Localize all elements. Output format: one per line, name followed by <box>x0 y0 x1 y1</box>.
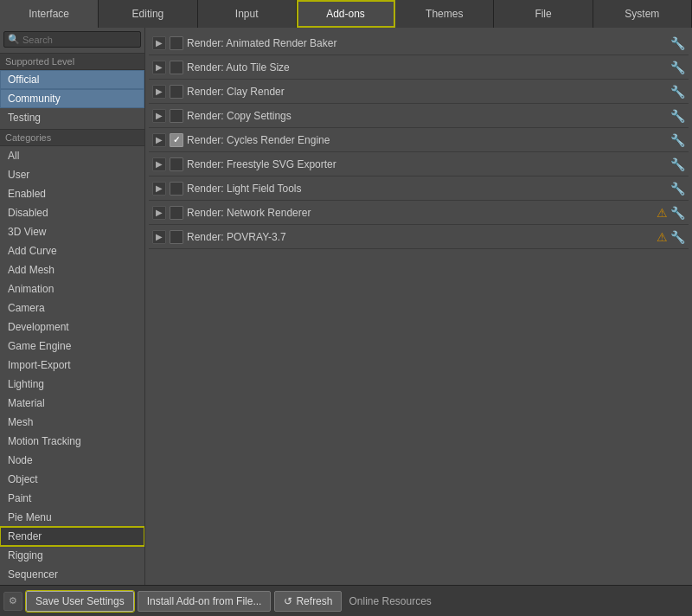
addon-checkbox-2[interactable] <box>170 85 183 99</box>
warning-icon-7: ⚠ <box>657 206 668 220</box>
categories-label: Categories <box>0 129 144 146</box>
sidebar-item-system[interactable]: System <box>0 584 144 585</box>
addon-icons-8: ⚠ 🔧 <box>657 230 685 244</box>
sidebar-item-all[interactable]: All <box>0 146 144 165</box>
sidebar-item-3dview[interactable]: 3D View <box>0 222 144 241</box>
expand-btn-3[interactable]: ▶ <box>152 109 166 123</box>
expand-btn-5[interactable]: ▶ <box>152 157 166 171</box>
addon-name-2: Render: Clay Render <box>187 86 667 98</box>
sidebar-item-user[interactable]: User <box>0 165 144 184</box>
expand-btn-8[interactable]: ▶ <box>152 230 166 244</box>
sidebar-item-testing[interactable]: Testing <box>0 108 144 127</box>
addon-checkbox-3[interactable] <box>170 109 183 123</box>
tab-interface[interactable]: Interface <box>0 0 99 28</box>
addon-row: ▶ Render: Cycles Render Engine 🔧 <box>149 128 689 152</box>
user-icon-5: 🔧 <box>670 157 685 171</box>
tab-input[interactable]: Input <box>198 0 297 28</box>
sidebar-item-official[interactable]: Official <box>0 70 144 89</box>
addon-icons-4: 🔧 <box>670 133 685 147</box>
tab-bar: Interface Editing Input Add-ons Themes F… <box>0 0 692 28</box>
user-icon-8: 🔧 <box>670 230 685 244</box>
addon-name-8: Render: POVRAY-3.7 <box>187 231 653 243</box>
sidebar-item-mesh[interactable]: Mesh <box>0 413 144 432</box>
addon-checkbox-7[interactable] <box>170 206 183 220</box>
sidebar-item-addmesh[interactable]: Add Mesh <box>0 260 144 279</box>
sidebar-item-lighting[interactable]: Lighting <box>0 375 144 394</box>
warning-icon-8: ⚠ <box>657 230 668 244</box>
install-addon-button[interactable]: Install Add-on from File... <box>138 591 272 612</box>
sidebar-item-material[interactable]: Material <box>0 394 144 413</box>
addon-checkbox-8[interactable] <box>170 230 183 244</box>
addon-icons-6: 🔧 <box>670 182 685 196</box>
addon-icons-3: 🔧 <box>670 109 685 123</box>
addon-row: ▶ Render: POVRAY-3.7 ⚠ 🔧 <box>149 225 689 249</box>
user-icon-2: 🔧 <box>670 85 685 99</box>
search-box: 🔍 <box>3 31 141 48</box>
expand-btn-7[interactable]: ▶ <box>152 206 166 220</box>
sidebar-item-motiontracking[interactable]: Motion Tracking <box>0 432 144 451</box>
user-icon-6: 🔧 <box>670 182 685 196</box>
expand-btn-6[interactable]: ▶ <box>152 182 166 196</box>
sidebar-item-piemenu[interactable]: Pie Menu <box>0 508 144 527</box>
sidebar-item-render[interactable]: Render <box>0 527 144 546</box>
addon-name-3: Render: Copy Settings <box>187 110 667 122</box>
addon-name-6: Render: Light Field Tools <box>187 183 667 195</box>
refresh-icon: ↺ <box>284 595 292 607</box>
sidebar-item-enabled[interactable]: Enabled <box>0 184 144 203</box>
tab-file[interactable]: File <box>494 0 593 28</box>
addon-checkbox-4[interactable] <box>170 133 183 147</box>
user-icon-7: 🔧 <box>670 206 685 220</box>
addon-checkbox-1[interactable] <box>170 61 183 74</box>
addon-name-4: Render: Cycles Render Engine <box>187 134 667 146</box>
sidebar-item-community[interactable]: Community <box>0 89 144 108</box>
sidebar-item-disabled[interactable]: Disabled <box>0 203 144 222</box>
tab-system[interactable]: System <box>593 0 692 28</box>
sidebar-item-addcurve[interactable]: Add Curve <box>0 241 144 260</box>
sidebar-item-development[interactable]: Development <box>0 318 144 337</box>
sidebar-item-sequencer[interactable]: Sequencer <box>0 565 144 584</box>
expand-btn-2[interactable]: ▶ <box>152 85 166 99</box>
addon-icons-5: 🔧 <box>670 157 685 171</box>
expand-btn-0[interactable]: ▶ <box>152 36 166 50</box>
online-resources-link[interactable]: Online Resources <box>349 595 431 607</box>
sidebar: 🔍 Supported Level Official Community Tes… <box>0 28 145 585</box>
addon-checkbox-5[interactable] <box>170 157 183 171</box>
user-icon-1: 🔧 <box>670 61 685 74</box>
addon-checkbox-0[interactable] <box>170 36 183 50</box>
expand-btn-4[interactable]: ▶ <box>152 133 166 147</box>
addon-row: ▶ Render: Copy Settings 🔧 <box>149 104 689 128</box>
search-input[interactable] <box>22 35 137 45</box>
expand-btn-1[interactable]: ▶ <box>152 61 166 74</box>
sidebar-item-animation[interactable]: Animation <box>0 279 144 298</box>
tab-editing[interactable]: Editing <box>99 0 197 28</box>
sidebar-item-object[interactable]: Object <box>0 470 144 489</box>
supported-level-label: Supported Level <box>0 53 144 70</box>
tab-themes[interactable]: Themes <box>395 0 494 28</box>
sidebar-item-gameengine[interactable]: Game Engine <box>0 337 144 356</box>
user-icon-4: 🔧 <box>670 133 685 147</box>
content-area: ▶ Render: Animated Render Baker 🔧 ▶ Rend… <box>145 28 692 585</box>
sidebar-item-importexport[interactable]: Import-Export <box>0 356 144 375</box>
addon-icons-2: 🔧 <box>670 85 685 99</box>
search-icon: 🔍 <box>8 34 20 45</box>
addon-name-0: Render: Animated Render Baker <box>187 37 667 49</box>
addon-icons-1: 🔧 <box>670 61 685 74</box>
tab-addons[interactable]: Add-ons <box>297 0 395 28</box>
save-user-settings-button[interactable]: Save User Settings <box>26 591 134 612</box>
settings-icon-btn[interactable]: ⚙ <box>3 592 22 611</box>
addon-name-1: Render: Auto Tile Size <box>187 61 667 74</box>
addon-row: ▶ Render: Freestyle SVG Exporter 🔧 <box>149 152 689 176</box>
sidebar-item-node[interactable]: Node <box>0 451 144 470</box>
addon-row: ▶ Render: Auto Tile Size 🔧 <box>149 55 689 80</box>
addon-row: ▶ Render: Network Renderer ⚠ 🔧 <box>149 201 689 225</box>
addon-name-7: Render: Network Renderer <box>187 207 653 219</box>
user-icon-3: 🔧 <box>670 109 685 123</box>
addon-icons-0: 🔧 <box>670 36 685 50</box>
sidebar-item-rigging[interactable]: Rigging <box>0 546 144 565</box>
bottom-bar: ⚙ Save User Settings Install Add-on from… <box>0 585 692 616</box>
refresh-button[interactable]: ↺ Refresh <box>274 591 342 612</box>
addon-icons-7: ⚠ 🔧 <box>657 206 685 220</box>
sidebar-item-paint[interactable]: Paint <box>0 489 144 508</box>
addon-checkbox-6[interactable] <box>170 182 183 196</box>
sidebar-item-camera[interactable]: Camera <box>0 298 144 318</box>
